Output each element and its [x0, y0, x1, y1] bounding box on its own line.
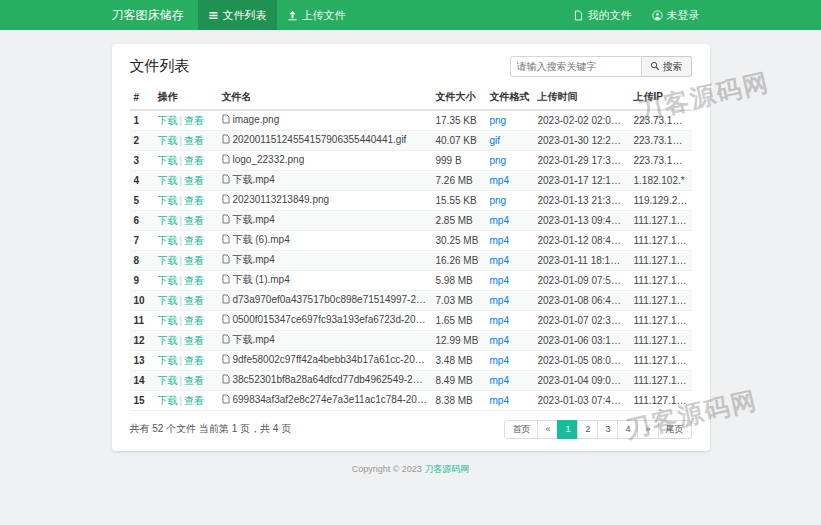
table-row: 6 下载|查看 下载.mp4 2.85 MB mp4 2023-01-13 09…	[130, 211, 692, 231]
download-link[interactable]: 下载	[158, 175, 178, 186]
download-link[interactable]: 下载	[158, 115, 178, 126]
view-link[interactable]: 查看	[184, 155, 204, 166]
file-icon	[222, 394, 230, 407]
view-link[interactable]: 查看	[184, 395, 204, 406]
format-link[interactable]: mp4	[490, 315, 509, 326]
table-row: 7 下载|查看 下载 (6).mp4 30.25 MB mp4 2023-01-…	[130, 231, 692, 251]
format-link[interactable]: png	[490, 115, 507, 126]
file-name: image.png	[233, 114, 280, 125]
page-button[interactable]: 1	[557, 420, 578, 439]
format-link[interactable]: mp4	[490, 355, 509, 366]
file-icon	[222, 374, 230, 387]
format-link[interactable]: mp4	[490, 375, 509, 386]
download-link[interactable]: 下载	[158, 215, 178, 226]
upload-time: 2023-01-04 09:07:53	[534, 371, 630, 391]
view-link[interactable]: 查看	[184, 255, 204, 266]
download-link[interactable]: 下载	[158, 235, 178, 246]
upload-time: 2023-01-13 09:48:55	[534, 211, 630, 231]
row-actions: 下载|查看	[154, 110, 218, 131]
nav-item-upload[interactable]: 上传文件	[277, 0, 356, 30]
download-link[interactable]: 下载	[158, 135, 178, 146]
format-link[interactable]: mp4	[490, 175, 509, 186]
download-link[interactable]: 下载	[158, 295, 178, 306]
format-link[interactable]: mp4	[490, 275, 509, 286]
table-row: 4 下载|查看 下载.mp4 7.26 MB mp4 2023-01-17 12…	[130, 171, 692, 191]
search-button[interactable]: 搜索	[642, 56, 692, 77]
row-index: 7	[130, 231, 154, 251]
file-format-cell: png	[486, 110, 534, 131]
format-link[interactable]: mp4	[490, 395, 509, 406]
copyright-link[interactable]: 刀客源码网	[424, 464, 469, 474]
format-link[interactable]: mp4	[490, 295, 509, 306]
search-group: 搜索	[510, 56, 692, 77]
row-index: 8	[130, 251, 154, 271]
download-link[interactable]: 下载	[158, 195, 178, 206]
list-icon	[208, 10, 219, 21]
row-index: 9	[130, 271, 154, 291]
upload-ip: 111.127.17.*	[630, 231, 692, 251]
view-link[interactable]: 查看	[184, 375, 204, 386]
nav-item-file-list[interactable]: 文件列表	[198, 0, 277, 30]
row-actions: 下载|查看	[154, 171, 218, 191]
view-link[interactable]: 查看	[184, 315, 204, 326]
upload-time: 2023-01-09 07:52:36	[534, 271, 630, 291]
file-icon	[222, 234, 230, 247]
format-link[interactable]: gif	[490, 135, 501, 146]
download-link[interactable]: 下载	[158, 355, 178, 366]
column-header-upload-time: 上传时间	[534, 85, 630, 110]
view-link[interactable]: 查看	[184, 335, 204, 346]
format-link[interactable]: mp4	[490, 335, 509, 346]
view-link[interactable]: 查看	[184, 115, 204, 126]
view-link[interactable]: 查看	[184, 195, 204, 206]
format-link[interactable]: mp4	[490, 215, 509, 226]
view-link[interactable]: 查看	[184, 355, 204, 366]
page-button[interactable]: »	[637, 420, 658, 439]
upload-icon	[287, 10, 298, 21]
upload-ip: 111.127.16.*	[630, 391, 692, 411]
file-size: 17.35 KB	[432, 110, 486, 131]
action-separator: |	[180, 155, 183, 166]
view-link[interactable]: 查看	[184, 215, 204, 226]
format-link[interactable]: png	[490, 155, 507, 166]
download-link[interactable]: 下载	[158, 335, 178, 346]
file-format-cell: mp4	[486, 331, 534, 351]
page-button[interactable]: 尾页	[658, 420, 692, 439]
table-row: 11 下载|查看 0500f015347ce697fc93a193efa6723…	[130, 311, 692, 331]
view-link[interactable]: 查看	[184, 275, 204, 286]
page-button[interactable]: 3	[597, 420, 618, 439]
download-link[interactable]: 下载	[158, 255, 178, 266]
column-header-format: 文件格式	[486, 85, 534, 110]
table-row: 14 下载|查看 38c52301bf8a28a64dfcd77db496254…	[130, 371, 692, 391]
format-link[interactable]: png	[490, 195, 507, 206]
file-size: 7.26 MB	[432, 171, 486, 191]
file-icon	[222, 194, 230, 207]
search-input[interactable]	[510, 56, 642, 77]
view-link[interactable]: 查看	[184, 235, 204, 246]
page-button[interactable]: 2	[577, 420, 598, 439]
download-link[interactable]: 下载	[158, 395, 178, 406]
nav-item-my-files[interactable]: 我的文件	[563, 0, 642, 30]
download-link[interactable]: 下载	[158, 315, 178, 326]
nav-item-login-status[interactable]: 未登录	[642, 0, 710, 30]
view-link[interactable]: 查看	[184, 135, 204, 146]
page-button[interactable]: «	[537, 420, 558, 439]
page-button[interactable]: 首页	[504, 420, 538, 439]
copyright: Copyright © 2023 刀客源码网	[0, 463, 821, 476]
upload-ip: 1.182.102.*	[630, 171, 692, 191]
action-separator: |	[180, 215, 183, 226]
view-link[interactable]: 查看	[184, 175, 204, 186]
format-link[interactable]: mp4	[490, 235, 509, 246]
row-index: 12	[130, 331, 154, 351]
download-link[interactable]: 下载	[158, 375, 178, 386]
download-link[interactable]: 下载	[158, 155, 178, 166]
table-row: 8 下载|查看 下载.mp4 16.26 MB mp4 2023-01-11 1…	[130, 251, 692, 271]
page-button[interactable]: 4	[617, 420, 638, 439]
file-size: 3.48 MB	[432, 351, 486, 371]
file-name: 下载 (1).mp4	[233, 274, 290, 285]
format-link[interactable]: mp4	[490, 255, 509, 266]
upload-time: 2023-01-29 17:37:37	[534, 151, 630, 171]
brand[interactable]: 刀客图床储存	[112, 0, 184, 30]
view-link[interactable]: 查看	[184, 295, 204, 306]
download-link[interactable]: 下载	[158, 275, 178, 286]
table-row: 3 下载|查看 logo_22332.png 999 B png 2023-01…	[130, 151, 692, 171]
